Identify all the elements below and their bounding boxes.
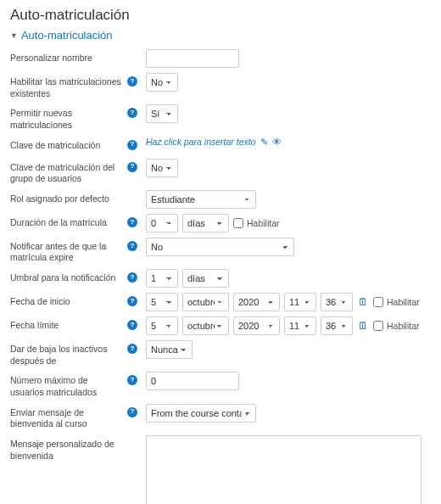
start-year-select[interactable]: 2020 (233, 293, 280, 311)
row-new-enrol: Permitir nuevas matriculaciones ? Sí (10, 102, 431, 133)
row-welcome-msg: Enviar mensaje de bienvenida al curso ? … (10, 401, 431, 433)
default-role-select[interactable]: Estudiante (146, 190, 256, 209)
end-day-select[interactable]: 5 (146, 316, 178, 335)
row-group-key: Clave de matriculación del grupo de usua… (10, 156, 431, 188)
label-max-users: Número máximo de usuarios matriculados (10, 375, 124, 398)
row-max-users: Número máximo de usuarios matriculados ? (10, 369, 431, 400)
threshold-unit-select[interactable]: días (182, 269, 229, 288)
label-end-date: Fecha límite (10, 320, 124, 332)
start-month-select[interactable]: octubre (182, 293, 229, 311)
end-hour-select[interactable]: 11 (284, 316, 316, 335)
enrol-key-insert-link[interactable]: Haz click para insertar texto (146, 137, 256, 147)
help-icon[interactable]: ? (127, 375, 137, 385)
start-min-select[interactable]: 36 (321, 293, 353, 311)
notify-before-select[interactable]: No (146, 238, 294, 256)
duration-enable-wrap: Habilitar (233, 218, 280, 228)
eye-icon[interactable]: 👁 (272, 137, 282, 147)
max-users-input[interactable] (146, 372, 239, 390)
end-enable-checkbox[interactable] (373, 321, 383, 331)
custom-welcome-textarea[interactable] (146, 435, 421, 504)
end-year-select[interactable]: 2020 (233, 316, 280, 335)
start-enable-checkbox[interactable] (373, 297, 383, 307)
label-notify-before: Notificar antes de que la matrícula expi… (10, 241, 124, 264)
start-enable-label: Habilitar (387, 297, 420, 307)
row-enrol-key: Clave de matriculación ? Haz click para … (10, 134, 431, 156)
label-duration: Duración de la matrícula (10, 217, 124, 229)
label-welcome-msg: Enviar mensaje de bienvenida al curso (10, 407, 124, 430)
label-group-key: Clave de matriculación del grupo de usua… (10, 162, 124, 185)
help-icon[interactable]: ? (127, 320, 137, 330)
existing-enrol-select[interactable]: No (146, 73, 178, 92)
row-unenrol-inactive: Dar de baja los inactivos después de ? N… (10, 338, 431, 369)
label-start-date: Fecha de inicio (10, 296, 124, 308)
calendar-icon[interactable]: 🗓 (357, 296, 369, 308)
label-custom-welcome: Mensaje personalizado de bienvenida (10, 439, 137, 462)
label-unenrol-inactive: Dar de baja los inactivos después de (10, 344, 124, 367)
duration-enable-label: Habilitar (247, 218, 280, 228)
duration-enable-checkbox[interactable] (233, 218, 243, 228)
row-start-date: Fecha de inicio ? 5 octubre 2020 11 36 🗓… (10, 290, 431, 314)
help-icon[interactable]: ? (127, 162, 137, 172)
help-icon[interactable]: ? (127, 407, 137, 417)
help-icon[interactable]: ? (127, 272, 137, 283)
end-min-select[interactable]: 36 (321, 316, 353, 335)
help-icon[interactable]: ? (127, 296, 137, 306)
help-icon[interactable]: ? (127, 217, 137, 227)
duration-num-select[interactable]: 0 (146, 214, 178, 232)
row-duration: Duración de la matrícula ? 0 días Habili… (10, 211, 431, 235)
end-month-select[interactable]: octubre (182, 316, 229, 335)
label-default-role: Rol asignado por defecto (10, 193, 137, 205)
row-default-role: Rol asignado por defecto Estudiante (10, 188, 431, 211)
label-existing-enrol: Habilitar las matriculaciones existentes (10, 76, 124, 99)
help-icon[interactable]: ? (127, 108, 137, 118)
label-custom-name: Personalizar nombre (10, 53, 137, 64)
start-enable-wrap: Habilitar (373, 297, 420, 307)
row-threshold: Umbral para la notificación ? 1 días (10, 266, 431, 290)
new-enrol-select[interactable]: Sí (146, 104, 178, 123)
label-new-enrol: Permitir nuevas matriculaciones (10, 108, 124, 131)
row-custom-welcome: Mensaje personalizado de bienvenida (10, 433, 431, 504)
caret-down-icon: ▼ (10, 31, 18, 40)
pencil-icon[interactable]: ✎ (260, 137, 268, 148)
label-threshold: Umbral para la notificación (10, 272, 124, 284)
section-title: Auto-matriculación (21, 29, 113, 42)
row-end-date: Fecha límite ? 5 octubre 2020 11 36 🗓 Ha… (10, 314, 431, 338)
help-icon[interactable]: ? (127, 140, 137, 150)
welcome-msg-select[interactable]: From the course contact (146, 404, 256, 423)
start-hour-select[interactable]: 11 (284, 293, 316, 311)
end-enable-wrap: Habilitar (373, 321, 420, 331)
help-icon[interactable]: ? (127, 241, 137, 251)
calendar-icon[interactable]: 🗓 (357, 320, 369, 332)
custom-name-input[interactable] (146, 49, 239, 68)
group-key-select[interactable]: No (146, 159, 178, 177)
row-notify-before: Notificar antes de que la matrícula expi… (10, 235, 431, 266)
row-custom-name: Personalizar nombre (10, 47, 431, 70)
label-enrol-key: Clave de matriculación (10, 140, 124, 152)
help-icon[interactable]: ? (127, 344, 137, 354)
page-title: Auto-matriculación (10, 7, 431, 24)
help-icon[interactable]: ? (127, 76, 137, 87)
duration-unit-select[interactable]: días (182, 214, 229, 232)
start-day-select[interactable]: 5 (146, 293, 178, 311)
end-enable-label: Habilitar (387, 321, 420, 331)
threshold-num-select[interactable]: 1 (146, 269, 178, 288)
row-existing-enrol: Habilitar las matriculaciones existentes… (10, 70, 431, 102)
section-toggle[interactable]: ▼ Auto-matriculación (10, 29, 431, 42)
unenrol-inactive-select[interactable]: Nunca (146, 340, 193, 359)
